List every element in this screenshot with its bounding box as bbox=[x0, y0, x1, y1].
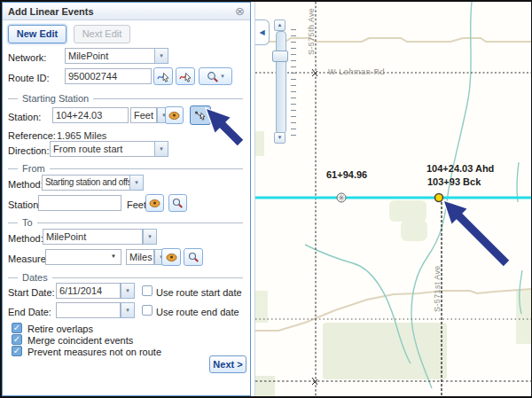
zoom-slider-track[interactable] bbox=[276, 31, 286, 134]
from-search-button[interactable] bbox=[168, 194, 187, 212]
search-icon bbox=[207, 71, 219, 82]
end-date-input[interactable] bbox=[56, 302, 121, 318]
from-header: From bbox=[18, 163, 50, 174]
network-label: Network: bbox=[8, 50, 46, 66]
zoom-slider-ticks bbox=[291, 29, 296, 141]
from-method-dropdown-icon[interactable]: ▾ bbox=[129, 175, 144, 191]
route-id-input[interactable]: 950002744 bbox=[65, 68, 152, 84]
from-station-input[interactable] bbox=[38, 195, 121, 211]
measure-units-select[interactable]: Miles bbox=[126, 249, 154, 265]
route-select-icon bbox=[157, 71, 170, 82]
from-station-units: Feet bbox=[127, 197, 146, 213]
zoom-in-button[interactable]: ▲ bbox=[274, 20, 286, 31]
route-search-button[interactable]: ▾ bbox=[199, 67, 232, 85]
route-measure-icon bbox=[166, 253, 177, 262]
to-method-select[interactable]: MilePoint bbox=[43, 229, 143, 245]
from-measure-button[interactable] bbox=[145, 194, 164, 212]
retire-overlaps-checkbox[interactable]: ✓ bbox=[12, 323, 22, 333]
measure-button[interactable] bbox=[161, 248, 181, 266]
starting-station-header: Starting Station bbox=[18, 93, 93, 104]
slider-up-icon: ▲ bbox=[278, 22, 283, 27]
direction-select[interactable]: From route start bbox=[50, 141, 155, 157]
prevent-measures-label: Prevent measures not on route bbox=[27, 344, 161, 360]
check-icon: ✓ bbox=[13, 334, 20, 344]
pick-station-icon bbox=[194, 110, 207, 121]
station-units-select[interactable]: Feet bbox=[130, 107, 157, 123]
road-label-575th: S-575th Ave bbox=[307, 8, 316, 55]
add-linear-events-panel: Add Linear Events ⊗ New Edit Next Edit N… bbox=[2, 2, 251, 396]
clear-route-selection-button[interactable] bbox=[176, 67, 195, 85]
new-edit-button[interactable]: New Edit bbox=[8, 25, 66, 43]
measure-search-button[interactable] bbox=[184, 248, 203, 266]
search-icon bbox=[172, 198, 184, 208]
close-icon[interactable]: ⊗ bbox=[235, 5, 245, 17]
use-route-start-date-label: Use route start date bbox=[156, 285, 242, 300]
route-measure-icon bbox=[149, 199, 160, 208]
to-method-label: Method: bbox=[8, 230, 43, 246]
check-icon: ✓ bbox=[13, 323, 20, 332]
app-content: Add Linear Events ⊗ New Edit Next Edit N… bbox=[2, 2, 530, 396]
direction-dropdown-icon[interactable]: ▾ bbox=[154, 141, 168, 157]
reference-marker-symbol bbox=[337, 193, 346, 202]
panel-titlebar: Add Linear Events ⊗ bbox=[3, 3, 250, 20]
end-date-label: End Date: bbox=[8, 304, 51, 320]
merge-coincident-events-checkbox[interactable]: ✓ bbox=[12, 334, 22, 345]
start-date-dropdown-icon[interactable]: ▾ bbox=[121, 283, 135, 299]
to-section: To bbox=[8, 217, 243, 228]
measure-combo-arrow-icon[interactable]: ▼ bbox=[111, 254, 116, 259]
basemap bbox=[255, 2, 531, 396]
panel-title: Add Linear Events bbox=[8, 6, 94, 17]
search-icon bbox=[188, 252, 200, 262]
direction-label: Direction: bbox=[8, 143, 49, 159]
start-date-input[interactable]: 6/11/2014 bbox=[56, 283, 121, 299]
from-method-label: Method: bbox=[8, 176, 43, 192]
collapse-panel-button[interactable]: ◀ bbox=[255, 20, 270, 45]
station-measure-button[interactable] bbox=[165, 106, 184, 124]
dates-header: Dates bbox=[18, 272, 52, 283]
from-station-label: Station: bbox=[8, 197, 41, 213]
map-view[interactable]: 61+94.96 104+24.03 Ahd 103+93 Bck W Lehm… bbox=[254, 2, 531, 396]
prevent-measures-checkbox[interactable]: ✓ bbox=[12, 346, 22, 356]
selected-station-point bbox=[435, 194, 443, 202]
app-window: Add Linear Events ⊗ New Edit Next Edit N… bbox=[0, 0, 532, 398]
search-dropdown-icon: ▾ bbox=[221, 73, 224, 80]
use-route-start-date-checkbox[interactable] bbox=[142, 285, 153, 296]
to-header: To bbox=[18, 217, 37, 228]
measure-label: Measure: bbox=[8, 251, 49, 267]
network-dropdown-icon[interactable]: ▾ bbox=[154, 48, 168, 64]
dates-section: Dates bbox=[8, 272, 243, 283]
reference-marker-label: 61+94.96 bbox=[326, 169, 367, 180]
station-back-label: 103+93 Bck bbox=[427, 176, 481, 187]
zoom-slider-thumb[interactable] bbox=[272, 51, 288, 62]
from-method-select[interactable]: Starting station and offset bbox=[42, 175, 130, 191]
reference-label: Reference: bbox=[8, 128, 56, 144]
zoom-out-button[interactable]: ▼ bbox=[274, 132, 286, 144]
road-label-571st: S-571st Ave bbox=[433, 265, 442, 312]
start-date-label: Start Date: bbox=[8, 285, 55, 300]
check-icon: ✓ bbox=[13, 346, 20, 355]
route-measure-icon bbox=[168, 111, 180, 121]
next-edit-button[interactable]: Next Edit bbox=[74, 25, 130, 43]
use-route-end-date-checkbox[interactable] bbox=[142, 305, 153, 316]
pick-station-on-map-button[interactable] bbox=[190, 105, 211, 125]
station-input[interactable]: 104+24.03 bbox=[52, 107, 129, 123]
next-button[interactable]: Next > bbox=[209, 355, 246, 373]
route-id-label: Route ID: bbox=[8, 70, 49, 86]
network-select[interactable]: MilePoint bbox=[65, 48, 155, 64]
route-clear-icon bbox=[179, 71, 192, 82]
slider-down-icon: ▼ bbox=[278, 135, 283, 140]
end-date-dropdown-icon[interactable]: ▾ bbox=[121, 302, 135, 318]
station-label: Station: bbox=[8, 109, 41, 125]
use-route-end-date-label: Use route end date bbox=[156, 304, 239, 320]
to-method-dropdown-icon[interactable]: ▾ bbox=[143, 229, 157, 245]
starting-station-section: Starting Station bbox=[8, 93, 243, 104]
from-section: From bbox=[8, 163, 243, 174]
station-ahead-label: 104+24.03 Ahd bbox=[426, 163, 494, 174]
road-label-lehman: W Lehman Rd bbox=[328, 67, 385, 76]
collapse-left-icon: ◀ bbox=[259, 28, 264, 36]
select-route-on-map-button[interactable] bbox=[153, 67, 173, 85]
